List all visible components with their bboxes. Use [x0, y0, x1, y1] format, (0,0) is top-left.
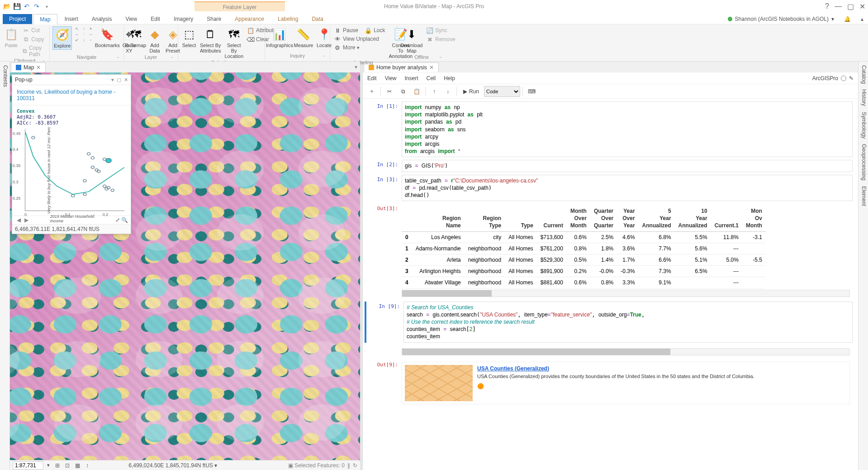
remove-icon: ✖	[426, 36, 433, 43]
notifications-icon[interactable]: 🔔	[840, 14, 855, 24]
in9-hscroll[interactable]	[402, 348, 850, 355]
status-icon-constraints[interactable]: ⊞	[53, 462, 62, 469]
popup-zoom[interactable]: ⤢	[115, 217, 120, 223]
select-icon: ⬚	[182, 27, 196, 42]
dock-element[interactable]: Element	[859, 186, 867, 206]
close-notebook-tab[interactable]: ✕	[429, 64, 434, 71]
nb-add-cell[interactable]: ＋	[365, 86, 378, 97]
tab-data[interactable]: Data	[305, 14, 329, 24]
restore-button[interactable]: ▢	[847, 2, 854, 11]
nb-paste-cell[interactable]: 📋	[410, 86, 423, 97]
tab-edit[interactable]: Edit	[144, 14, 166, 24]
pause-icon: ⏸	[334, 27, 341, 34]
explore-button[interactable]: 🧭Explore	[52, 26, 72, 50]
collapse-ribbon[interactable]: ▴	[856, 14, 868, 24]
cell-in9[interactable]: # Search for USA_Counties search = gis.c…	[403, 302, 853, 343]
nb-copy-cell[interactable]: ⧉	[397, 86, 409, 97]
select-button[interactable]: ⬚Select	[181, 26, 197, 49]
popup-dock[interactable]: ▢	[117, 77, 121, 83]
measure-button[interactable]: 📏Measure	[293, 26, 314, 49]
tab-project[interactable]: Project	[3, 14, 32, 24]
select-by-attr-button[interactable]: 🗒Select By Attributes	[199, 26, 222, 54]
copy-path-button[interactable]: ⧉Copy Path	[21, 44, 47, 58]
cut-button[interactable]: ✂Cut	[21, 26, 47, 34]
dock-symbology[interactable]: Symbology	[859, 112, 867, 139]
bookmarks-button[interactable]: 🔖Bookmarks	[95, 26, 119, 49]
refresh-button[interactable]: ‖	[347, 462, 350, 469]
popup-next[interactable]: ▶	[23, 217, 30, 223]
copy-path-icon: ⧉	[22, 48, 27, 55]
more-labeling-button[interactable]: ⚙More ▾	[333, 43, 386, 52]
add-data-button[interactable]: ◆Add Data	[147, 26, 163, 54]
tab-labeling[interactable]: Labeling	[271, 14, 304, 24]
svg-point-2	[91, 157, 94, 159]
map-view-tab[interactable]: Map✕	[11, 62, 46, 72]
dock-geoprocessing[interactable]: Geoprocessing	[859, 144, 867, 181]
tab-analysis[interactable]: Analysis	[85, 14, 119, 24]
download-map-button[interactable]: ⬇Download Map	[400, 26, 423, 54]
sync-button[interactable]: 🔄Sync	[425, 26, 456, 34]
sync-icon: 🔄	[426, 27, 433, 34]
item-link[interactable]: USA Counties (Generalized)	[477, 365, 754, 372]
qat-menu[interactable]: ▾	[43, 2, 51, 10]
tab-share[interactable]: Share	[200, 14, 228, 24]
copy-button[interactable]: ⧉Copy	[21, 35, 47, 43]
nb-celltype-select[interactable]: Code	[484, 86, 520, 97]
status-icon-dyntext[interactable]: ↕	[83, 462, 91, 469]
nb-cut-cell[interactable]: ✂	[383, 86, 396, 97]
nb-run[interactable]: ▶ Run	[459, 86, 483, 97]
nb-move-up[interactable]: ↑	[428, 86, 441, 97]
popup-identify[interactable]: 🔍	[121, 217, 128, 223]
nb-keyboard[interactable]: ⌨	[525, 86, 538, 97]
user-account[interactable]: Shannon (ArcGIS Notebooks in AGOL) ▾	[723, 14, 839, 24]
remove-button[interactable]: ✖Remove	[425, 35, 456, 43]
tab-map[interactable]: Map	[33, 14, 57, 24]
pause-label-button[interactable]: ⏸Pause 🔒Lock	[333, 26, 386, 34]
view-unplaced-button[interactable]: 👁View Unplaced	[333, 35, 386, 43]
popup-prev[interactable]: ◀	[15, 217, 23, 223]
kernel-status-icon	[841, 76, 846, 81]
redo-icon[interactable]: ↷	[33, 2, 41, 10]
minimize-button[interactable]: —	[835, 2, 842, 10]
kernel-edit[interactable]: ✎	[849, 75, 854, 82]
tab-appearance[interactable]: Appearance	[228, 14, 270, 24]
popup-dropdown[interactable]: ▾	[111, 77, 114, 83]
tab-view[interactable]: View	[119, 14, 143, 24]
cell-in3[interactable]: table_csv_path = r"C:\Documents\los-ange…	[402, 175, 853, 201]
nb-menu-help[interactable]: Help	[444, 75, 455, 82]
basemap-button[interactable]: 🗺Basemap	[127, 26, 145, 49]
dock-history[interactable]: History	[859, 89, 867, 106]
map-canvas[interactable]: Pop-up ▾ ▢ ✕ Income vs. Likelihood of bu…	[10, 72, 360, 460]
nb-menu-insert[interactable]: Insert	[404, 75, 418, 82]
select-by-loc-button[interactable]: 🗺Select By Location	[223, 26, 244, 60]
nb-menu-edit[interactable]: Edit	[367, 75, 377, 82]
right-dock-tabs[interactable]: Catalog History Symbology Geoprocessing …	[858, 62, 868, 470]
cell-in2[interactable]: gis = GIS('Pro')	[402, 160, 853, 172]
tab-insert[interactable]: Insert	[58, 14, 85, 24]
save-icon[interactable]: 💾	[13, 2, 21, 10]
scale-input[interactable]	[13, 461, 43, 470]
nav-arrows[interactable]: ↖↑+ ←·→ ↙↓-	[74, 26, 94, 42]
nb-menu-cell[interactable]: Cell	[427, 75, 436, 82]
close-button[interactable]: ✕	[859, 2, 865, 11]
cell-in1[interactable]: import numpy as np import matplotlib.pyp…	[402, 101, 853, 157]
pause-draw-button[interactable]: ↻	[353, 462, 357, 469]
df-hscroll[interactable]	[402, 290, 850, 297]
nb-move-down[interactable]: ↓	[441, 86, 454, 97]
undo-icon[interactable]: ↶	[23, 2, 31, 10]
status-icon-snapping[interactable]: ⊡	[63, 462, 71, 469]
help-icon[interactable]: ?	[825, 2, 829, 10]
paste-button[interactable]: 📋Paste	[3, 26, 19, 49]
status-icon-grid[interactable]: ▦	[73, 462, 81, 469]
tab-imagery[interactable]: Imagery	[167, 14, 199, 24]
nb-menu-view[interactable]: View	[385, 75, 397, 82]
folder-open-icon[interactable]: 📂	[3, 2, 11, 10]
view-menu-dropdown[interactable]: ▾	[352, 64, 360, 70]
popup-close[interactable]: ✕	[124, 77, 128, 83]
close-map-tab[interactable]: ✕	[36, 64, 41, 71]
more-icon: ⚙	[334, 44, 341, 51]
contents-dock-tab[interactable]: Contents	[0, 62, 10, 470]
download-icon: ⬇	[404, 27, 419, 42]
dock-catalog[interactable]: Catalog	[859, 65, 867, 84]
infographics-button[interactable]: 📊Infographics	[268, 26, 291, 49]
